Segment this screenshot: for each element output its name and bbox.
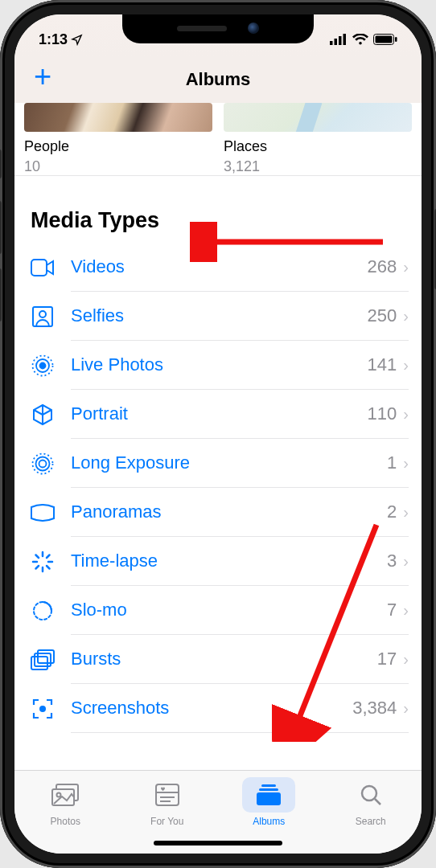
nav-bar: + Albums [14, 56, 422, 103]
album-card-people[interactable]: People 10 [24, 103, 212, 175]
svg-point-41 [362, 786, 376, 800]
tab-albums[interactable]: Albums [218, 777, 320, 827]
svg-rect-3 [343, 34, 347, 45]
svg-line-19 [47, 566, 50, 569]
row-live-photos[interactable]: Live Photos141› [14, 341, 422, 390]
row-bursts[interactable]: Bursts17› [14, 635, 422, 684]
row-count: 141 [368, 354, 397, 375]
tab-search[interactable]: Search [320, 777, 422, 827]
notch [122, 14, 314, 43]
row-label: Portrait [71, 403, 128, 424]
chevron-right-icon: › [403, 307, 409, 326]
row-label: Live Photos [71, 354, 163, 375]
row-count: 268 [368, 256, 397, 277]
page-title: Albums [186, 69, 251, 90]
row-label: Long Exposure [71, 452, 190, 473]
svg-rect-39 [259, 788, 278, 791]
wifi-icon [352, 34, 368, 45]
svg-rect-5 [376, 36, 393, 43]
svg-point-14 [36, 457, 50, 470]
chevron-right-icon: › [403, 699, 409, 718]
row-selfies[interactable]: Selfies250› [14, 292, 422, 341]
row-portrait[interactable]: Portrait110› [14, 390, 422, 439]
home-indicator[interactable] [154, 841, 282, 845]
svg-rect-1 [335, 39, 338, 45]
row-screenshots[interactable]: Screenshots3,384› [14, 684, 422, 733]
location-icon [71, 34, 83, 46]
row-count: 1 [387, 452, 397, 473]
chevron-right-icon: › [403, 503, 409, 522]
status-time: 1:13 [39, 23, 83, 48]
chevron-right-icon: › [403, 650, 409, 669]
album-strip: People 10 Places 3,121 [14, 103, 422, 175]
media-types-list: Videos268› Selfies250› Live Photos141› [14, 243, 422, 733]
tab-for-you[interactable]: For You [117, 777, 219, 827]
svg-point-13 [39, 460, 47, 467]
row-time-lapse[interactable]: Time-lapse3› [14, 537, 422, 586]
row-count: 2 [387, 502, 397, 522]
row-label: Panoramas [71, 502, 162, 522]
row-label: Videos [71, 256, 125, 277]
album-name: Places [224, 138, 412, 155]
chevron-right-icon: › [403, 454, 409, 473]
svg-rect-34 [156, 784, 179, 805]
chevron-right-icon: › [403, 405, 409, 424]
content: People 10 Places 3,121 Media Types Video… [14, 103, 422, 733]
cellular-icon [330, 34, 348, 45]
row-long-exposure[interactable]: Long Exposure1› [14, 439, 422, 488]
time-lapse-icon [29, 551, 56, 573]
row-label: Bursts [71, 649, 121, 669]
selfies-icon [29, 306, 56, 327]
svg-point-28 [39, 706, 46, 712]
svg-rect-38 [261, 784, 276, 787]
album-count: 3,121 [224, 158, 412, 175]
svg-point-10 [40, 362, 46, 368]
chevron-right-icon: › [403, 601, 409, 620]
row-slo-mo[interactable]: Slo-mo7› [14, 586, 422, 635]
screenshots-icon [29, 698, 56, 720]
album-card-places[interactable]: Places 3,121 [224, 103, 412, 175]
svg-rect-0 [330, 41, 333, 45]
svg-line-17 [47, 555, 50, 558]
row-videos[interactable]: Videos268› [14, 243, 422, 292]
row-panoramas[interactable]: Panoramas2› [14, 488, 422, 537]
row-label: Slo-mo [71, 600, 127, 620]
svg-line-21 [36, 566, 39, 569]
row-count: 110 [368, 403, 397, 424]
slo-mo-icon [29, 600, 56, 622]
svg-rect-2 [339, 36, 342, 45]
tab-label: Photos [51, 816, 80, 827]
bursts-icon [29, 649, 56, 670]
row-count: 7 [387, 600, 397, 620]
chevron-right-icon: › [403, 552, 409, 571]
row-label: Screenshots [71, 698, 169, 719]
tab-label: For You [150, 816, 183, 827]
search-tab-icon [359, 783, 383, 807]
album-thumb-people [24, 103, 212, 132]
album-count: 10 [24, 158, 212, 175]
tab-label: Albums [253, 816, 285, 827]
albums-tab-icon [255, 783, 282, 807]
tab-photos[interactable]: Photos [14, 777, 117, 827]
svg-rect-7 [31, 260, 47, 276]
album-name: People [24, 138, 212, 155]
row-count: 3 [387, 551, 397, 571]
section-header-media-types: Media Types [14, 175, 422, 243]
portrait-icon [29, 403, 56, 426]
album-thumb-places [224, 103, 412, 132]
screen: 1:13 + Albums People 10 [14, 14, 422, 854]
video-icon [29, 259, 56, 276]
chevron-right-icon: › [403, 258, 409, 276]
chevron-right-icon: › [403, 356, 409, 375]
row-label: Time-lapse [71, 551, 158, 571]
for-you-tab-icon [154, 783, 180, 807]
svg-line-23 [36, 555, 39, 558]
row-label: Selfies [71, 305, 124, 326]
battery-icon [373, 34, 397, 45]
photos-tab-icon [51, 783, 80, 807]
add-button[interactable]: + [34, 61, 51, 92]
live-photos-icon [29, 354, 56, 377]
svg-rect-40 [257, 792, 281, 805]
svg-rect-6 [395, 37, 397, 42]
row-count: 250 [368, 305, 397, 326]
